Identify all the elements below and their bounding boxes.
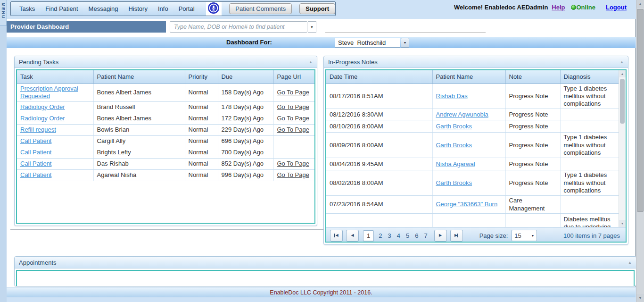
task-link[interactable]: Call Patient — [20, 171, 51, 178]
column-header-patient-name[interactable]: Patient Name — [432, 70, 505, 84]
patient-search-input[interactable] — [170, 21, 307, 33]
page-number-link[interactable]: 2 — [379, 232, 382, 239]
page-size-select[interactable]: 15 ▼ — [512, 230, 537, 241]
go-to-page-link[interactable]: Go To Page — [277, 115, 309, 122]
scrollbar-thumb[interactable] — [620, 79, 625, 124]
scroll-down-icon[interactable]: ▼ — [619, 220, 626, 227]
patient-link[interactable]: Garth Brooks — [436, 123, 472, 130]
nav-item-portal[interactable]: Portal — [179, 5, 195, 12]
table-header-row: Task Patient Name Priority Due Page Url — [17, 70, 315, 84]
page-number-link[interactable]: 4 — [397, 232, 400, 239]
column-header-patient-name[interactable]: Patient Name — [93, 70, 185, 84]
go-to-page-link[interactable]: Go To Page — [277, 171, 309, 178]
column-header-due[interactable]: Due — [218, 70, 273, 84]
task-link[interactable]: Radiology Order — [20, 115, 65, 122]
nav-item-tasks[interactable]: Tasks — [19, 5, 35, 12]
collapse-arrow-icon[interactable]: ▲ — [620, 60, 624, 64]
provider-dropdown-button[interactable]: ▼ — [401, 38, 409, 48]
patient-name-cell: Das Rishab — [93, 158, 185, 169]
go-to-page-link[interactable]: Go To Page — [277, 160, 309, 167]
patient-name-cell: Bowls Brian — [93, 124, 185, 135]
due-cell: 158 Day(s) Ago — [218, 84, 273, 101]
table-row: Prescription Approval Requested Bones Al… — [17, 84, 315, 101]
collapse-arrow-icon[interactable]: ▲ — [628, 260, 632, 265]
patient-link[interactable]: Nisha Agarwal — [436, 160, 475, 168]
pager-last-button[interactable]: ▶ — [450, 230, 463, 242]
pager-next-button[interactable]: ▶ — [434, 230, 447, 242]
page-title: Provider Dashboard — [7, 21, 166, 33]
nav-item-history[interactable]: History — [128, 5, 147, 12]
task-link[interactable]: Prescription Approval Requested — [20, 85, 78, 100]
date-time-cell: 08/04/2016 9:45AM — [326, 158, 432, 170]
welcome-area: Welcome! Enabledoc AEDadmin Help Online … — [454, 4, 627, 11]
scrollbar-thumb[interactable] — [637, 9, 644, 212]
nav-item-find-patient[interactable]: Find Patient — [45, 5, 78, 12]
column-header-diagnosis[interactable]: Diagnosis — [560, 70, 619, 84]
table-row: 08/17/2016 8:51AM Rishab Das Progress No… — [326, 84, 619, 109]
in-progress-notes-title: In-Progress Notes — [328, 59, 378, 66]
patient-link[interactable]: George "363663" Burn — [436, 201, 498, 208]
page-size-value: 15 — [514, 232, 521, 239]
provider-combo-input[interactable] — [335, 38, 400, 48]
task-link[interactable]: Call Patient — [20, 160, 51, 167]
page-number-link[interactable]: 5 — [406, 232, 409, 239]
table-row: Call Patient Brights Lefty Normal 700 Da… — [17, 147, 315, 158]
in-progress-notes-header[interactable]: In-Progress Notes ▲ — [324, 56, 628, 68]
page-number-link[interactable]: 7 — [424, 232, 427, 239]
priority-cell: Normal — [185, 158, 218, 169]
menu-tab[interactable]: MENU — [0, 0, 7, 26]
pending-tasks-header[interactable]: Pending Tasks ▲ — [15, 56, 317, 68]
diagnosis-cell — [560, 109, 619, 120]
pager-prev-button[interactable]: ◀ — [346, 230, 359, 242]
go-to-page-link[interactable]: Go To Page — [277, 89, 309, 96]
patient-comments-button[interactable]: Patient Comments — [229, 3, 292, 14]
nav-item-info[interactable]: Info — [158, 5, 168, 12]
patient-link[interactable]: Andrew Agwunobia — [436, 111, 488, 118]
pager-summary: 100 items in 7 pages — [563, 232, 622, 239]
date-time-cell — [326, 213, 432, 227]
notes-scrollbar[interactable]: ▲ ▼ — [619, 70, 626, 227]
appointments-header[interactable]: Appointments ▲ — [15, 257, 636, 268]
go-to-page-link[interactable]: Go To Page — [277, 126, 309, 133]
table-header-row: Date Time Patient Name Note Diagnosis — [326, 70, 619, 84]
task-link[interactable]: Refill request — [20, 126, 56, 133]
task-link[interactable]: Call Patient — [20, 149, 51, 156]
column-header-priority[interactable]: Priority — [185, 70, 218, 84]
collapse-arrow-icon[interactable]: ▲ — [309, 60, 313, 64]
page-scrollbar[interactable]: ▲ ▼ — [636, 0, 644, 302]
scroll-up-icon[interactable]: ▲ — [636, 0, 644, 8]
diagnosis-cell: Diabetes mellitus due to underlying — [560, 213, 619, 227]
column-header-task[interactable]: Task — [17, 70, 93, 84]
pager-first-button[interactable]: ◀ — [330, 230, 343, 242]
dictation-button[interactable] — [206, 2, 222, 16]
date-time-cell: 08/17/2016 8:51AM — [326, 84, 432, 109]
patient-link[interactable]: Garth Brooks — [436, 179, 472, 186]
priority-cell: Normal — [185, 135, 218, 147]
column-header-date-time[interactable]: Date Time — [326, 70, 432, 84]
diagnosis-cell — [560, 196, 619, 214]
table-row: 08/12/2016 8:30AM Andrew Agwunobia Progr… — [326, 109, 619, 120]
patient-search-dropdown-button[interactable]: ▼ — [308, 21, 316, 33]
page-number-link[interactable]: 6 — [415, 232, 418, 239]
online-status-icon — [571, 5, 576, 10]
page-number-current[interactable]: 1 — [363, 230, 374, 241]
column-header-note[interactable]: Note — [505, 70, 560, 84]
diagnosis-cell — [560, 158, 619, 170]
scroll-up-icon[interactable]: ▲ — [619, 70, 626, 77]
task-link[interactable]: Call Patient — [20, 137, 51, 144]
help-link[interactable]: Help — [552, 4, 565, 11]
column-header-page-url[interactable]: Page Url — [273, 70, 315, 84]
table-row: Radiology Order Bones Albert James Norma… — [17, 113, 315, 124]
pending-tasks-title: Pending Tasks — [19, 59, 58, 66]
logout-link[interactable]: Logout — [606, 4, 627, 11]
date-time-cell: 07/23/2016 8:54AM — [326, 196, 432, 214]
page-number-link[interactable]: 3 — [388, 232, 391, 239]
support-button[interactable]: Support — [299, 3, 335, 14]
scroll-down-icon[interactable]: ▼ — [636, 294, 644, 302]
patient-link[interactable]: Garth Brooks — [436, 142, 472, 149]
task-link[interactable]: Radiology Order — [20, 103, 65, 110]
due-cell: 178 Day(s) Ago — [218, 101, 273, 113]
nav-item-messaging[interactable]: Messaging — [89, 5, 118, 12]
patient-link[interactable]: Rishab Das — [436, 92, 468, 100]
go-to-page-link[interactable]: Go To Page — [277, 103, 309, 110]
